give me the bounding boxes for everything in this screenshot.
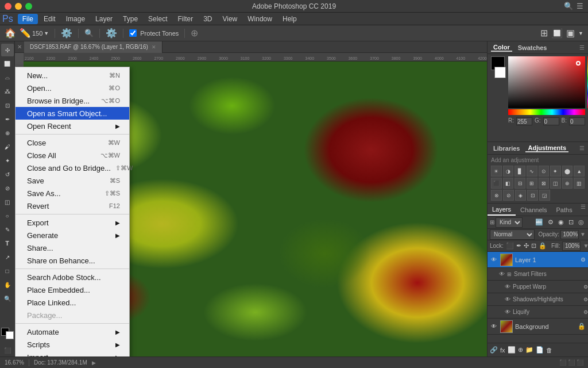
tool-wand[interactable]: ⁂ xyxy=(1,85,14,98)
tool-shape[interactable]: □ xyxy=(1,264,14,277)
menu-item-open[interactable]: Open... ⌘O xyxy=(16,82,129,94)
color-b-input[interactable] xyxy=(569,117,585,125)
color-g-input[interactable] xyxy=(543,117,559,125)
stamp-icon[interactable]: ⊕ xyxy=(191,28,198,39)
fill-input[interactable] xyxy=(562,241,581,251)
tool-hand[interactable]: ✋ xyxy=(1,278,14,291)
window-icon[interactable]: ▣ xyxy=(566,28,575,39)
adj-curves[interactable]: ∿ xyxy=(527,166,537,177)
tool-brush[interactable]: 🖌 xyxy=(1,140,14,153)
adj-solid-col[interactable]: ⊘ xyxy=(503,190,514,201)
opacity-arrow[interactable]: ▼ xyxy=(580,231,586,237)
options-icon2[interactable]: ⚙️ xyxy=(106,28,117,39)
tool-path[interactable]: ↗ xyxy=(1,251,14,263)
layer-1-visibility[interactable]: 👁 xyxy=(490,256,498,264)
tool-eyedropper[interactable]: ✒ xyxy=(1,113,14,125)
menu-item-generate[interactable]: Generate ▶ xyxy=(16,229,129,241)
tool-dodge[interactable]: ○ xyxy=(1,209,14,222)
adj-exposure[interactable]: ⊙ xyxy=(539,166,550,177)
menu-item-close-bridge[interactable]: Close and Go to Bridge... ⇧⌘W xyxy=(16,162,129,174)
lock-move[interactable]: ✣ xyxy=(524,242,529,250)
foreground-color[interactable] xyxy=(1,328,14,340)
menu-file[interactable]: File xyxy=(18,14,38,24)
tool-lasso[interactable]: ⌓ xyxy=(1,71,14,84)
puppet-warp-options[interactable]: ⚙ xyxy=(583,284,588,290)
layers-tab-channels[interactable]: Channels xyxy=(516,204,551,216)
menu-edit[interactable]: Edit xyxy=(39,14,60,24)
liquify-options[interactable]: ⚙ xyxy=(583,309,588,315)
arrange-icon[interactable]: ⊞ xyxy=(540,28,548,39)
layers-tab-paths[interactable]: Paths xyxy=(552,204,577,216)
adj-gradient-map[interactable]: ▥ xyxy=(574,178,585,189)
status-arrow[interactable]: ▶ xyxy=(92,360,96,366)
tab-close-icon[interactable]: ✕ xyxy=(15,44,24,50)
maximize-button[interactable] xyxy=(25,3,32,10)
color-saturation-box[interactable] xyxy=(508,56,585,108)
adj-triangle[interactable]: ▲ xyxy=(574,166,585,177)
puppet-warp-eye[interactable]: 👁 xyxy=(505,283,510,290)
tool-move[interactable]: ✣ xyxy=(1,44,14,56)
menu-item-new[interactable]: New... ⌘N xyxy=(16,69,129,82)
tool-mask[interactable]: ⬛ xyxy=(1,344,14,356)
layer-item-1[interactable]: 👁 Layer 1 ⚙ xyxy=(488,252,588,268)
menu-item-revert[interactable]: Revert F12 xyxy=(16,200,129,212)
color-r-input[interactable] xyxy=(516,117,532,125)
tool-clone[interactable]: ✦ xyxy=(1,154,14,167)
adj-brightness[interactable]: ☀ xyxy=(491,166,502,177)
adj-posterize[interactable]: ⊠ xyxy=(539,178,550,189)
menu-item-scripts[interactable]: Scripts ▶ xyxy=(16,338,129,351)
adj-photo-filter[interactable]: ⊟ xyxy=(514,178,525,189)
layer-filter-smart[interactable]: ⊡ xyxy=(567,218,575,227)
menu-item-place-linked[interactable]: Place Linked... xyxy=(16,296,129,309)
new-layer-icon[interactable]: 📄 xyxy=(536,346,544,354)
menu-item-save[interactable]: Save ⌘S xyxy=(16,174,129,187)
layers-panel-menu[interactable]: ☰ xyxy=(578,204,588,216)
menu-3d[interactable]: 3D xyxy=(199,14,216,24)
adj-threshold[interactable]: ◫ xyxy=(550,178,561,189)
group-icon[interactable]: 📁 xyxy=(525,346,533,354)
libraries-tab[interactable]: Libraries xyxy=(491,145,522,152)
adj-selective[interactable]: ⊕ xyxy=(562,178,573,189)
menu-item-import[interactable]: Import ▶ xyxy=(16,351,129,356)
fill-arrow[interactable]: ▼ xyxy=(583,243,588,249)
tool-pen[interactable]: ✎ xyxy=(1,223,14,236)
lock-image[interactable]: ✒ xyxy=(516,242,521,250)
tool-gradient[interactable]: ◫ xyxy=(1,195,14,208)
background-swatch[interactable] xyxy=(494,67,506,78)
menu-item-browse-bridge[interactable]: Browse in Bridge... ⌥⌘O xyxy=(16,94,129,107)
menu-item-share-behance[interactable]: Share on Behance... xyxy=(16,254,129,267)
protect-tones-checkbox[interactable] xyxy=(129,29,137,37)
mask-icon[interactable]: ⬜ xyxy=(508,346,516,354)
mode-icon[interactable]: ⚙️ xyxy=(61,28,72,39)
adj-invert[interactable]: ⊗ xyxy=(491,190,502,201)
zoom-icon[interactable]: 🔲 xyxy=(551,28,563,39)
menu-layer[interactable]: Layer xyxy=(91,14,117,24)
menu-item-open-smart[interactable]: Open as Smart Object... xyxy=(16,107,129,120)
menu-item-share[interactable]: Share... xyxy=(16,241,129,254)
menu-item-open-recent[interactable]: Open Recent ▶ xyxy=(16,120,129,132)
menu-item-search-stock[interactable]: Search Adobe Stock... xyxy=(16,271,129,283)
adj-hue-sat[interactable]: ⬤ xyxy=(562,166,573,177)
adj-gradient[interactable]: ◈ xyxy=(515,190,526,201)
document-tab[interactable]: DSCF1853.RAF @ 16.67% (Layer 1, RGB/16) … xyxy=(24,41,163,53)
close-button[interactable] xyxy=(5,3,11,10)
adj-icon[interactable]: ⊕ xyxy=(518,346,523,354)
shadows-highlights-eye[interactable]: 👁 xyxy=(505,296,510,302)
menu-item-close[interactable]: Close ⌘W xyxy=(16,136,129,149)
window-controls[interactable] xyxy=(5,3,32,10)
tool-zoom[interactable]: 🔍 xyxy=(1,292,14,305)
layer-kind-select[interactable]: Kind xyxy=(496,217,523,228)
menu-filter[interactable]: Filter xyxy=(173,14,198,24)
menu-item-place-embedded[interactable]: Place Embedded... xyxy=(16,283,129,296)
tool-select-rect[interactable]: ⬜ xyxy=(1,57,14,70)
menu-item-export[interactable]: Export ▶ xyxy=(16,216,129,229)
liquify-eye[interactable]: 👁 xyxy=(505,309,510,315)
layer-filter-fx[interactable]: ⚙ xyxy=(546,218,555,227)
layer-1-options[interactable]: ⚙ xyxy=(581,256,586,263)
link-icon[interactable]: 🔗 xyxy=(490,346,498,354)
tool-heal[interactable]: ⊕ xyxy=(1,126,14,139)
adj-pattern[interactable]: ⊡ xyxy=(527,190,538,201)
layer-bg-visibility[interactable]: 👁 xyxy=(490,323,498,331)
fx-icon[interactable]: fx xyxy=(500,347,505,354)
adjustments-tab[interactable]: Adjustments xyxy=(525,144,568,152)
